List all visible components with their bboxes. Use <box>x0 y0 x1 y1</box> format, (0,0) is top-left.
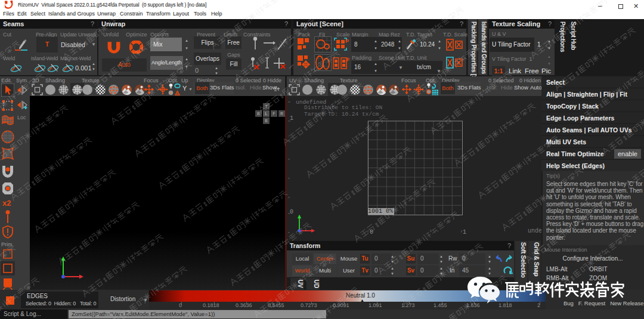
svg-text:P: P <box>345 38 349 44</box>
svg-text:P: P <box>346 57 349 63</box>
